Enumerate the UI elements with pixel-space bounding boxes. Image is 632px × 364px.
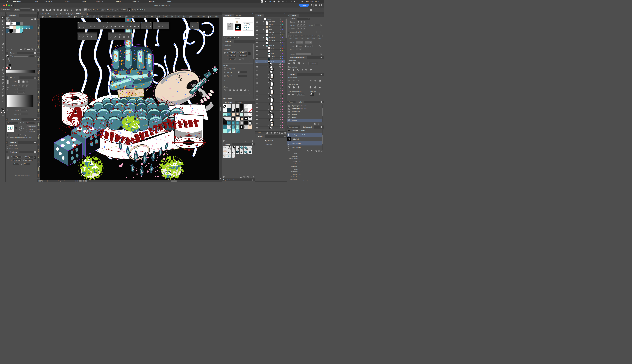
- svg-text:?: ?: [9, 60, 10, 61]
- svg-text:?: ?: [8, 61, 8, 62]
- svg-text:?: ?: [9, 61, 10, 62]
- svg-text:T: T: [2, 36, 4, 38]
- svg-text:?: ?: [10, 20, 11, 21]
- svg-text:?: ?: [8, 60, 8, 61]
- svg-text:?: ?: [8, 20, 8, 21]
- svg-text:TEXT TO IMAGE: TEXT TO IMAGE: [244, 23, 250, 24]
